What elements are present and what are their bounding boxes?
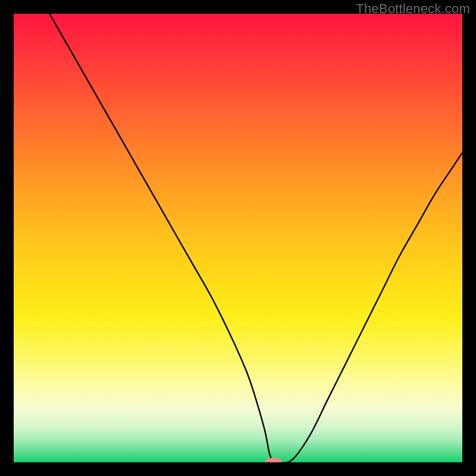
optimum-marker <box>265 458 282 463</box>
chart-frame: TheBottleneck.com <box>0 0 476 476</box>
watermark-text: TheBottleneck.com <box>356 1 470 17</box>
plot-area <box>14 14 462 462</box>
bottleneck-curve <box>14 14 462 462</box>
